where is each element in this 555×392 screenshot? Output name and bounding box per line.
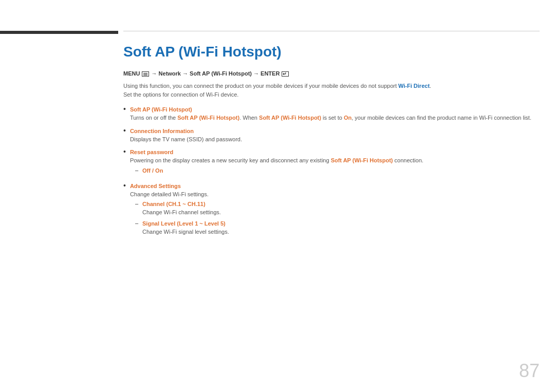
- bullet-desc: Change detailed Wi-Fi settings.: [130, 190, 540, 199]
- top-line: [123, 31, 540, 31]
- enter-icon: [282, 71, 289, 77]
- sub-content: Channel (CH.1 ~ CH.11) Change Wi-Fi chan…: [142, 200, 540, 217]
- bullet-content: Soft AP (Wi-Fi Hotspot) Turns on or off …: [130, 106, 540, 122]
- page-number: 87: [519, 360, 540, 382]
- sub-title-signal-level: Signal Level (Level 1 ~ Level 5): [142, 220, 226, 227]
- sub-list-item: – Channel (CH.1 ~ CH.11) Change Wi-Fi ch…: [130, 200, 540, 217]
- menu-arrow1: → Network → Soft AP (Wi-Fi Hotspot) → EN…: [152, 70, 282, 77]
- highlight: Soft AP (Wi-Fi Hotspot): [259, 115, 321, 121]
- bullet-dot: •: [123, 126, 126, 135]
- sub-dash: –: [135, 200, 138, 207]
- bullet-dot: •: [123, 181, 126, 190]
- highlight: Soft AP (Wi-Fi Hotspot): [177, 115, 239, 121]
- list-item: • Reset password Powering on the display…: [123, 148, 540, 177]
- sub-title-off-on: Off / On: [142, 167, 163, 174]
- sub-dash: –: [135, 220, 138, 226]
- intro-highlight: Wi-Fi Direct: [398, 83, 430, 89]
- sub-content: Signal Level (Level 1 ~ Level 5) Change …: [142, 220, 540, 236]
- intro-line3: Set the options for connection of Wi-Fi …: [123, 91, 238, 98]
- sidebar-bar: [0, 31, 118, 34]
- bullet-desc: Powering on the display creates a new se…: [130, 156, 540, 165]
- bullet-content: Reset password Powering on the display c…: [130, 148, 540, 177]
- sub-desc: Change Wi-Fi channel settings.: [142, 208, 540, 217]
- intro-line1: Using this function, you can connect the…: [123, 83, 398, 89]
- sub-desc: Change Wi-Fi signal level settings.: [142, 228, 540, 236]
- bullet-title-advanced-settings: Advanced Settings: [130, 183, 181, 189]
- list-item: • Connection Information Displays the TV…: [123, 127, 540, 144]
- intro-text: Using this function, you can connect the…: [123, 82, 540, 99]
- bullet-desc: Displays the TV name (SSID) and password…: [130, 135, 540, 144]
- list-item: • Advanced Settings Change detailed Wi-F…: [123, 182, 540, 239]
- bullet-content: Connection Information Displays the TV n…: [130, 127, 540, 144]
- highlight: On: [344, 115, 351, 121]
- bullet-title-reset-password: Reset password: [130, 149, 173, 155]
- sub-list-item: – Signal Level (Level 1 ~ Level 5) Chang…: [130, 220, 540, 236]
- bullet-title-connection-information: Connection Information: [130, 128, 194, 134]
- menu-label: MENU: [123, 70, 140, 77]
- bullet-dot: •: [123, 105, 126, 113]
- intro-line2: .: [430, 83, 431, 89]
- sub-dash: –: [135, 167, 138, 173]
- menu-path: MENU → Network → Soft AP (Wi-Fi Hotspot)…: [123, 70, 540, 77]
- sub-list: – Channel (CH.1 ~ CH.11) Change Wi-Fi ch…: [130, 200, 540, 236]
- bullet-list: • Soft AP (Wi-Fi Hotspot) Turns on or of…: [123, 106, 540, 239]
- bullet-dot: •: [123, 147, 126, 156]
- sub-list-item: – Off / On: [130, 167, 540, 174]
- list-item: • Soft AP (Wi-Fi Hotspot) Turns on or of…: [123, 106, 540, 122]
- menu-icon: [142, 71, 149, 77]
- bullet-desc: Turns on or off the Soft AP (Wi-Fi Hotsp…: [130, 114, 540, 122]
- highlight: Soft AP (Wi-Fi Hotspot): [331, 157, 393, 163]
- sub-content: Off / On: [142, 167, 540, 174]
- sub-title-channel: Channel (CH.1 ~ CH.11): [142, 201, 206, 207]
- page-title: Soft AP (Wi-Fi Hotspot): [123, 44, 540, 60]
- sub-list: – Off / On: [130, 167, 540, 174]
- bullet-title: Soft AP (Wi-Fi Hotspot): [130, 106, 192, 113]
- bullet-content: Advanced Settings Change detailed Wi-Fi …: [130, 182, 540, 239]
- main-content: Soft AP (Wi-Fi Hotspot) MENU → Network →…: [123, 39, 540, 377]
